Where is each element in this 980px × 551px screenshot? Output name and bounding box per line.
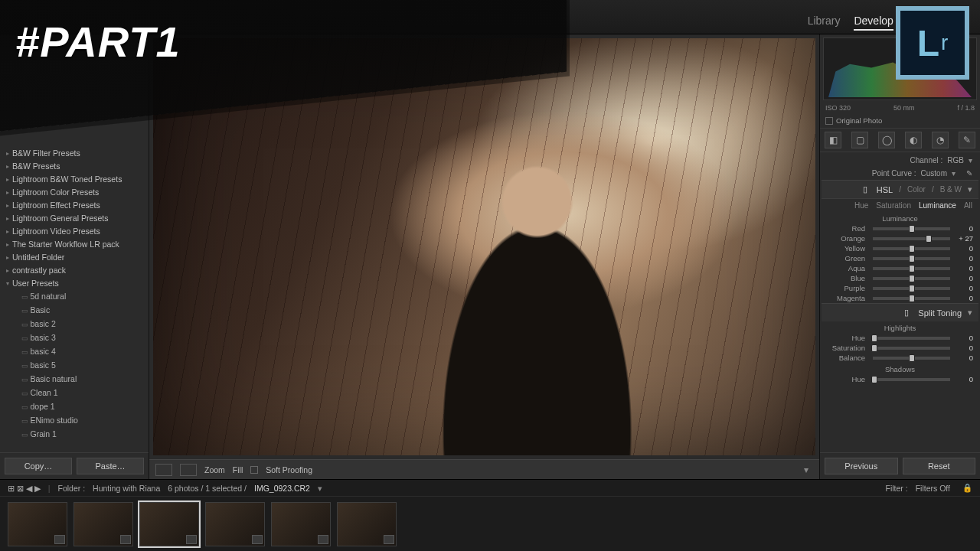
luminance-slider-thumb[interactable] bbox=[909, 295, 915, 302]
iso-readout: ISO 320 bbox=[825, 104, 851, 112]
preset-group[interactable]: Lightroom Effect Presets bbox=[3, 199, 145, 212]
split-slider-track[interactable] bbox=[873, 357, 950, 360]
preset-item[interactable]: Clean 1 bbox=[3, 386, 145, 400]
paste-button[interactable]: Paste… bbox=[77, 458, 144, 474]
reset-button[interactable]: Reset bbox=[903, 458, 976, 474]
loupe-view-icon[interactable] bbox=[155, 464, 172, 476]
luminance-slider-thumb[interactable] bbox=[909, 245, 915, 253]
local-tool-icon[interactable]: ✎ bbox=[959, 132, 975, 148]
preset-group[interactable]: Lightroom General Presets bbox=[3, 212, 145, 225]
preset-group[interactable]: Lightroom B&W Toned Presets bbox=[3, 173, 145, 186]
luminance-slider-value[interactable]: 0 bbox=[953, 294, 973, 302]
preset-group[interactable]: Lightroom Color Presets bbox=[3, 186, 145, 199]
luminance-slider-value[interactable]: 0 bbox=[953, 224, 973, 233]
toolbar-dropdown-icon[interactable]: ▾ bbox=[799, 465, 813, 475]
local-tool-icon[interactable]: ◔ bbox=[932, 132, 949, 148]
preset-group-user[interactable]: User Presets bbox=[3, 277, 145, 290]
filmstrip-thumb[interactable] bbox=[139, 502, 199, 546]
preset-item[interactable]: basic 3 bbox=[3, 331, 145, 345]
luminance-slider-value[interactable]: + 27 bbox=[953, 234, 973, 243]
copy-button[interactable]: Copy… bbox=[5, 458, 72, 474]
preset-item[interactable]: basic 2 bbox=[3, 318, 145, 331]
split-slider-track[interactable] bbox=[873, 347, 950, 350]
split-slider-label: Balance bbox=[827, 354, 870, 362]
preset-group[interactable]: B&W Filter Presets bbox=[3, 147, 145, 160]
previous-button[interactable]: Previous bbox=[825, 458, 898, 474]
hsl-tab-saturation[interactable]: Saturation bbox=[876, 201, 911, 210]
filmstrip-thumb[interactable] bbox=[271, 502, 331, 546]
split-slider-thumb[interactable] bbox=[909, 354, 915, 362]
split-slider-value[interactable]: 0 bbox=[953, 334, 973, 342]
luminance-slider-track[interactable] bbox=[873, 297, 950, 300]
filter-select[interactable]: Filters Off bbox=[916, 484, 950, 493]
local-tool-icon[interactable]: ▢ bbox=[851, 132, 868, 148]
hsl-tab-all[interactable]: All bbox=[964, 201, 972, 210]
filmstrip-thumb[interactable] bbox=[8, 502, 67, 546]
luminance-slider-value[interactable]: 0 bbox=[953, 244, 973, 253]
split-slider-track[interactable] bbox=[873, 337, 950, 340]
channel-select[interactable]: RGB bbox=[947, 156, 964, 165]
luminance-slider-track[interactable] bbox=[873, 267, 950, 270]
original-photo-checkbox[interactable] bbox=[825, 117, 833, 125]
presets-list[interactable]: B&W Filter PresetsB&W PresetsLightroom B… bbox=[0, 145, 149, 452]
luminance-slider-track[interactable] bbox=[873, 287, 950, 290]
local-tool-icon[interactable]: ◯ bbox=[878, 132, 895, 148]
luminance-slider-value[interactable]: 0 bbox=[953, 264, 973, 272]
hsl-section-header[interactable]: ▯ HSL /Color /B & W ▾ bbox=[822, 180, 978, 198]
filmstrip-thumb[interactable] bbox=[74, 502, 133, 546]
module-tab-develop[interactable]: Develop bbox=[854, 15, 893, 31]
luminance-slider-track[interactable] bbox=[873, 277, 950, 280]
hsl-tab-hue[interactable]: Hue bbox=[854, 201, 868, 210]
luminance-slider-value[interactable]: 0 bbox=[953, 274, 973, 282]
preset-group[interactable]: Untitled Folder bbox=[3, 251, 145, 264]
preset-group[interactable]: The Starter Workflow LR pack bbox=[3, 238, 145, 251]
split-slider-value[interactable]: 0 bbox=[953, 354, 973, 362]
split-slider-track[interactable] bbox=[873, 378, 950, 381]
preset-group[interactable]: B&W Presets bbox=[3, 160, 145, 173]
luminance-slider-value[interactable]: 0 bbox=[953, 254, 973, 262]
luminance-slider-thumb[interactable] bbox=[909, 275, 915, 282]
luminance-slider-track[interactable] bbox=[873, 257, 950, 260]
compare-view-icon[interactable] bbox=[180, 464, 197, 476]
image-canvas[interactable] bbox=[149, 34, 819, 459]
preset-item[interactable]: basic 5 bbox=[3, 359, 145, 373]
luminance-slider-thumb[interactable] bbox=[909, 285, 915, 292]
grid-nav-icons[interactable]: ⊞ ⊠ ◀ ▶ bbox=[8, 484, 41, 493]
luminance-slider-value[interactable]: 0 bbox=[953, 284, 973, 292]
preset-group[interactable]: Lightroom Video Presets bbox=[3, 225, 145, 238]
split-toning-header[interactable]: ▯ Split Toning ▾ bbox=[822, 303, 978, 321]
preset-item[interactable]: Basic natural bbox=[3, 373, 145, 386]
preset-item[interactable]: dope 1 bbox=[3, 400, 145, 414]
split-slider-value[interactable]: 0 bbox=[953, 375, 973, 383]
filmstrip-thumb[interactable] bbox=[205, 502, 265, 546]
luminance-slider-thumb[interactable] bbox=[909, 225, 915, 233]
luminance-slider-thumb[interactable] bbox=[926, 235, 932, 243]
preset-item[interactable]: 5d natural bbox=[3, 290, 145, 304]
split-slider-thumb[interactable] bbox=[871, 334, 877, 342]
luminance-slider-thumb[interactable] bbox=[909, 265, 915, 272]
local-tool-icon[interactable]: ◐ bbox=[905, 132, 922, 148]
fill-label[interactable]: Fill bbox=[233, 465, 243, 474]
preset-group[interactable]: contrastly pack bbox=[3, 264, 145, 277]
local-tool-icon[interactable]: ◧ bbox=[825, 132, 841, 148]
preset-item[interactable]: Basic bbox=[3, 304, 145, 318]
preset-item[interactable]: Grain 1 bbox=[3, 428, 145, 442]
luminance-slider-track[interactable] bbox=[873, 237, 950, 240]
luminance-slider-track[interactable] bbox=[873, 227, 950, 230]
module-tab-library[interactable]: Library bbox=[808, 15, 841, 31]
folder-label: Folder : bbox=[58, 484, 86, 493]
split-slider-thumb[interactable] bbox=[871, 376, 877, 383]
preset-item[interactable]: basic 4 bbox=[3, 345, 145, 359]
split-slider-thumb[interactable] bbox=[871, 344, 877, 352]
curve-edit-icon[interactable]: ✎ bbox=[966, 169, 972, 178]
luminance-slider-thumb[interactable] bbox=[909, 255, 915, 262]
filmstrip-thumb[interactable] bbox=[337, 502, 397, 546]
filter-lock-icon[interactable]: 🔒 bbox=[962, 483, 972, 493]
folder-name[interactable]: Hunting with Riana bbox=[93, 484, 160, 493]
soft-proof-checkbox[interactable] bbox=[250, 466, 258, 474]
preset-item[interactable]: ENimo studio bbox=[3, 414, 145, 428]
hsl-tab-luminance[interactable]: Luminance bbox=[919, 201, 956, 210]
luminance-slider-track[interactable] bbox=[873, 247, 950, 250]
point-curve-select[interactable]: Custom bbox=[921, 169, 947, 178]
split-slider-value[interactable]: 0 bbox=[953, 344, 973, 352]
